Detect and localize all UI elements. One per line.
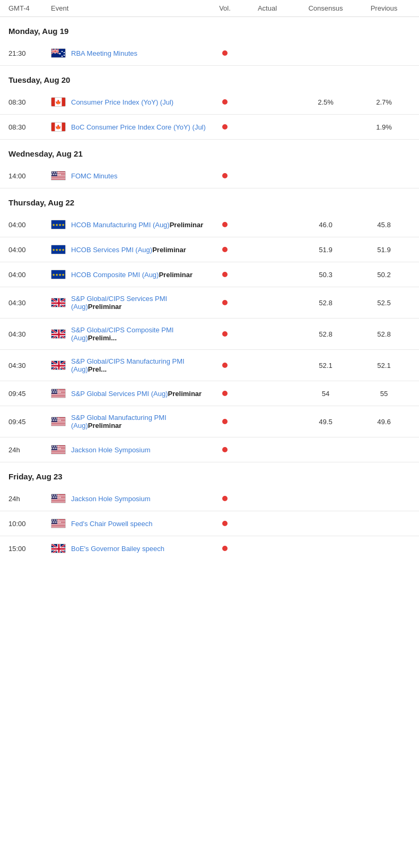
flag-ca-icon: 🍁: [51, 97, 66, 107]
svg-rect-65: [51, 365, 66, 367]
volatility-dot: [222, 363, 228, 368]
event-cell: ★★★★★★ ★★★★★ FOMC Minutes: [51, 171, 209, 181]
section-header-4: Friday, Aug 23: [0, 462, 419, 486]
event-previous: 51.9: [357, 246, 411, 254]
table-row: 08:30 🍁 Consumer Price Index (YoY) (Jul)…: [0, 90, 419, 115]
event-cell: ★★★★★★★★★★★★ HCOB Composite PMI (Aug)Pre…: [51, 270, 209, 279]
event-time: 04:30: [8, 299, 51, 307]
event-name[interactable]: Consumer Price Index (YoY) (Jul): [71, 98, 173, 106]
event-name[interactable]: S&P Global Services PMI (Aug)Preliminar: [71, 390, 202, 398]
event-cell: ★★★★★★ ★★★★★ Fed's Chair Powell speech: [51, 519, 209, 528]
event-cell: 🍁 Consumer Price Index (YoY) (Jul): [51, 97, 209, 107]
svg-rect-21: [62, 123, 66, 132]
event-time: 15:00: [8, 545, 51, 553]
event-previous: 2.7%: [357, 98, 411, 106]
svg-text:★★★★★: ★★★★★: [51, 417, 60, 419]
col-previous: Previous: [357, 4, 411, 12]
event-name[interactable]: S&P Global/CIPS Services PMI (Aug)Prelim…: [71, 295, 209, 311]
svg-rect-111: [51, 526, 66, 526]
event-vol: [209, 496, 241, 501]
volatility-dot: [222, 300, 228, 305]
event-vol: [209, 447, 241, 452]
event-name[interactable]: Jackson Hole Symposium: [71, 495, 151, 503]
event-name[interactable]: HCOB Composite PMI (Aug)Preliminar: [71, 271, 193, 279]
svg-text:★★★★★: ★★★★★: [51, 494, 60, 496]
event-vol: [209, 124, 241, 130]
svg-text:★★★★★★★★★★★★: ★★★★★★★★★★★★: [51, 223, 65, 227]
table-row: 15:00 BoE's Governor Bailey speech: [0, 536, 419, 561]
volatility-dot: [222, 447, 228, 452]
volatility-dot: [222, 331, 228, 337]
flag-uk-icon: [51, 544, 66, 553]
table-row: 04:30 S&P Global/CIPS Manufacturing PMI …: [0, 350, 419, 381]
table-row: 04:00 ★★★★★★★★★★★★ HCOB Manufacturing PM…: [0, 212, 419, 237]
event-vol: [209, 99, 241, 105]
event-cell: ★★★★★★ ★★★★★ Jackson Hole Symposium: [51, 445, 209, 454]
section-header-1: Tuesday, Aug 20: [0, 66, 419, 90]
table-row: 04:00 ★★★★★★★★★★★★ HCOB Services PMI (Au…: [0, 237, 419, 262]
svg-rect-9: [51, 51, 59, 51]
event-name[interactable]: Fed's Chair Powell speech: [71, 520, 153, 528]
event-name[interactable]: S&P Global Manufacturing PMI (Aug)Prelim…: [71, 414, 209, 429]
event-vol: [209, 363, 241, 368]
event-cell: BoE's Governor Bailey speech: [51, 544, 209, 553]
event-name[interactable]: RBA Meeting Minutes: [71, 49, 137, 57]
event-name[interactable]: BoE's Governor Bailey speech: [71, 545, 164, 553]
svg-rect-72: [51, 397, 66, 398]
table-row: 09:45 ★★★★★★ ★★★★★ S&P Global Manufactur…: [0, 406, 419, 437]
event-time: 04:00: [8, 221, 51, 229]
event-name[interactable]: HCOB Manufacturing PMI (Aug)Preliminar: [71, 221, 203, 229]
svg-rect-70: [51, 394, 66, 395]
flag-us-icon: ★★★★★★ ★★★★★: [51, 389, 66, 398]
col-gmt: GMT-4: [8, 4, 51, 12]
event-vol: [209, 419, 241, 424]
event-time: 14:00: [8, 172, 51, 180]
event-consensus: 52.8: [294, 330, 357, 338]
table-row: 04:30 S&P Global/CIPS Composite PMI (Aug…: [0, 319, 419, 350]
table-row: 09:45 ★★★★★★ ★★★★★ S&P Global Services P…: [0, 381, 419, 406]
volatility-dot: [222, 419, 228, 424]
volatility-dot: [222, 124, 228, 130]
table-row: 04:00 ★★★★★★★★★★★★ HCOB Composite PMI (A…: [0, 262, 419, 287]
table-container: GMT-4 Event Vol. Actual Consensus Previo…: [0, 0, 419, 561]
event-time: 04:00: [8, 246, 51, 254]
svg-rect-110: [51, 525, 66, 525]
event-name[interactable]: FOMC Minutes: [71, 172, 117, 180]
flag-uk-icon: [51, 298, 66, 307]
table-row: 24h ★★★★★★ ★★★★★ Jackson Hole Symposium: [0, 486, 419, 511]
svg-rect-80: [51, 423, 66, 423]
svg-rect-82: [51, 425, 66, 426]
svg-rect-90: [51, 451, 66, 451]
flag-us-icon: ★★★★★★ ★★★★★: [51, 494, 66, 503]
volatility-dot: [222, 391, 228, 396]
event-previous: 45.8: [357, 221, 411, 229]
flag-us-icon: ★★★★★★ ★★★★★: [51, 519, 66, 528]
flag-uk-icon: [51, 360, 66, 370]
svg-rect-16: [51, 98, 55, 107]
event-name[interactable]: BoC Consumer Price Index Core (YoY) (Jul…: [71, 123, 206, 131]
volatility-dot: [222, 272, 228, 277]
event-name[interactable]: S&P Global/CIPS Composite PMI (Aug)Preli…: [71, 326, 209, 342]
flag-eu-icon: ★★★★★★★★★★★★: [51, 220, 66, 229]
table-row: 14:00 ★★★★★★ ★★★★★ FOMC Minutes: [0, 164, 419, 188]
svg-point-10: [62, 56, 63, 57]
event-time: 08:30: [8, 123, 51, 131]
event-name[interactable]: S&P Global/CIPS Manufacturing PMI (Aug)P…: [71, 357, 209, 373]
event-name[interactable]: Jackson Hole Symposium: [71, 446, 151, 454]
event-name[interactable]: HCOB Services PMI (Aug)Preliminar: [71, 246, 186, 254]
event-cell: ★★★★★★★★★★★★ HCOB Services PMI (Aug)Prel…: [51, 245, 209, 254]
svg-point-12: [64, 52, 65, 53]
flag-us-icon: ★★★★★★ ★★★★★: [51, 417, 66, 426]
event-cell: S&P Global/CIPS Services PMI (Aug)Prelim…: [51, 295, 209, 311]
svg-text:★★★★★: ★★★★★: [51, 519, 60, 521]
event-consensus: 2.5%: [294, 98, 357, 106]
event-time: 21:30: [8, 49, 51, 57]
event-vol: [209, 50, 241, 56]
svg-rect-112: [51, 527, 66, 528]
event-consensus: 50.3: [294, 271, 357, 279]
table-header: GMT-4 Event Vol. Actual Consensus Previo…: [0, 0, 419, 17]
volatility-dot: [222, 222, 228, 227]
event-time: 04:30: [8, 330, 51, 338]
event-vol: [209, 391, 241, 396]
event-time: 09:45: [8, 418, 51, 426]
